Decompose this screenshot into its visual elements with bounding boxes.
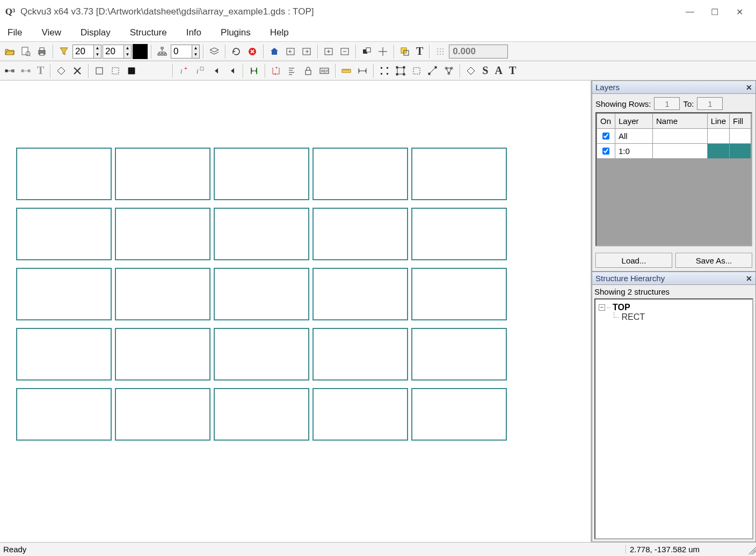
home-icon[interactable]	[267, 44, 282, 59]
tree-icon[interactable]	[155, 44, 170, 59]
net-icon[interactable]	[441, 63, 456, 78]
grid-pattern-icon[interactable]	[124, 63, 139, 78]
grid-dots-icon[interactable]	[433, 44, 448, 59]
spin-down-icon[interactable]: ▼	[93, 52, 101, 58]
region-icon[interactable]	[359, 44, 374, 59]
flip-h-icon[interactable]	[268, 63, 284, 78]
spin-down-icon[interactable]: ▼	[192, 52, 199, 58]
rect-dashed-icon[interactable]	[108, 63, 123, 78]
fit-width-icon[interactable]	[246, 63, 261, 78]
menu-info[interactable]: Info	[183, 26, 205, 39]
col-fill[interactable]: Fill	[730, 114, 751, 129]
highlight-icon[interactable]	[397, 44, 412, 59]
skip-first-icon[interactable]	[208, 63, 223, 78]
spin-up-icon[interactable]: ▲	[192, 45, 199, 52]
layer-row-all[interactable]: All	[597, 129, 751, 144]
close-button[interactable]: ✕	[727, 4, 752, 20]
align-left-icon[interactable]	[285, 63, 300, 78]
menu-help[interactable]: Help	[267, 26, 292, 39]
delete-icon[interactable]	[70, 63, 85, 78]
spin-up-icon[interactable]: ▲	[123, 45, 131, 52]
load-button[interactable]: Load...	[595, 253, 672, 268]
t-icon[interactable]: T	[506, 63, 519, 78]
handles-icon[interactable]	[377, 63, 392, 78]
tree-root[interactable]: TOP	[613, 303, 630, 312]
diamond-icon[interactable]	[54, 63, 69, 78]
select-rect-icon[interactable]	[393, 63, 408, 78]
spin-hierarchy-start-input[interactable]	[73, 46, 93, 57]
layer-on-checkbox[interactable]	[602, 133, 609, 140]
menu-structure[interactable]: Structure	[127, 26, 170, 39]
vertex-add-icon[interactable]	[2, 63, 17, 78]
spin-hierarchy-end[interactable]: ▲▼	[103, 45, 132, 58]
structure-panel-close-icon[interactable]: ✕	[746, 274, 752, 283]
zoom-in-icon[interactable]	[321, 44, 336, 59]
tree-collapse-icon[interactable]: −	[599, 304, 605, 311]
menu-view[interactable]: View	[38, 26, 64, 39]
path-edit-icon[interactable]	[425, 63, 440, 78]
svg-rect-9	[164, 54, 166, 55]
ruler-icon[interactable]	[339, 63, 354, 78]
color-swatch[interactable]	[133, 44, 148, 59]
layers-panel-close-icon[interactable]: ✕	[746, 83, 752, 92]
col-name[interactable]: Name	[653, 114, 708, 129]
layer-fill-swatch[interactable]	[730, 144, 751, 159]
col-on[interactable]: On	[597, 114, 615, 129]
dimension-icon[interactable]	[355, 63, 370, 78]
col-line[interactable]: Line	[707, 114, 729, 129]
rect-outline-icon[interactable]	[92, 63, 107, 78]
menu-file[interactable]: File	[4, 26, 25, 39]
menu-display[interactable]: Display	[77, 26, 114, 39]
canvas-viewport[interactable]	[0, 81, 592, 542]
text-disabled-icon[interactable]: T	[34, 63, 47, 78]
skip-last-icon[interactable]	[224, 63, 239, 78]
a-icon[interactable]: A	[492, 63, 505, 78]
stop-icon[interactable]	[245, 44, 260, 59]
spin-hierarchy-end-input[interactable]	[103, 46, 123, 57]
spin-up-icon[interactable]: ▲	[93, 45, 101, 52]
layer-row-1-0[interactable]: 1:0	[597, 144, 751, 159]
rows-from-input[interactable]	[654, 97, 680, 110]
structure-summary: Showing 2 structures	[594, 287, 753, 296]
save-as-button[interactable]: Save As...	[675, 253, 752, 268]
text-tool-icon[interactable]: T	[413, 44, 426, 59]
layer-fill[interactable]	[730, 129, 751, 144]
vertex-move-icon[interactable]	[18, 63, 33, 78]
layer-line[interactable]	[707, 129, 729, 144]
crosshair-icon[interactable]	[375, 44, 390, 59]
layer-label: All	[615, 129, 653, 144]
maximize-button[interactable]: ☐	[702, 4, 727, 20]
rows-to-input[interactable]	[697, 97, 723, 110]
layers-table[interactable]: On Layer Name Line Fill All	[595, 112, 752, 246]
diamond2-icon[interactable]	[463, 63, 478, 78]
structure-tree[interactable]: − TOP RECT	[594, 298, 753, 539]
array-cell	[16, 328, 112, 381]
lock-icon[interactable]	[301, 63, 316, 78]
spin-level[interactable]: ▲▼	[171, 45, 200, 58]
tree-child[interactable]: RECT	[621, 312, 645, 321]
structure-panel-title: Structure Hierarchy	[595, 274, 665, 283]
layers-icon[interactable]	[207, 44, 222, 59]
arrow-left-icon[interactable]	[283, 44, 298, 59]
ref-icon[interactable]: REF	[317, 63, 332, 78]
col-layer[interactable]: Layer	[615, 114, 653, 129]
menu-plugins[interactable]: Plugins	[217, 26, 254, 39]
spin-down-icon[interactable]: ▼	[123, 52, 131, 58]
print-preview-icon[interactable]	[18, 44, 33, 59]
resize-grip-icon[interactable]	[746, 545, 756, 554]
spin-hierarchy-start[interactable]: ▲▼	[72, 45, 101, 58]
refresh-icon[interactable]	[229, 44, 244, 59]
zoom-out-icon[interactable]	[337, 44, 352, 59]
arrow-right-icon[interactable]	[299, 44, 314, 59]
layer-line-swatch[interactable]	[707, 144, 729, 159]
s-icon[interactable]: S	[479, 63, 491, 78]
info-select-icon[interactable]: i	[192, 63, 207, 78]
minimize-button[interactable]: —	[678, 4, 702, 20]
open-icon[interactable]	[2, 44, 17, 59]
filter-icon[interactable]	[56, 44, 71, 59]
select-dashed-icon[interactable]	[409, 63, 424, 78]
layer-on-checkbox[interactable]	[602, 148, 609, 155]
spin-level-input[interactable]	[171, 46, 192, 57]
info-plus-icon[interactable]: i+	[176, 63, 191, 78]
print-icon[interactable]	[34, 44, 49, 59]
